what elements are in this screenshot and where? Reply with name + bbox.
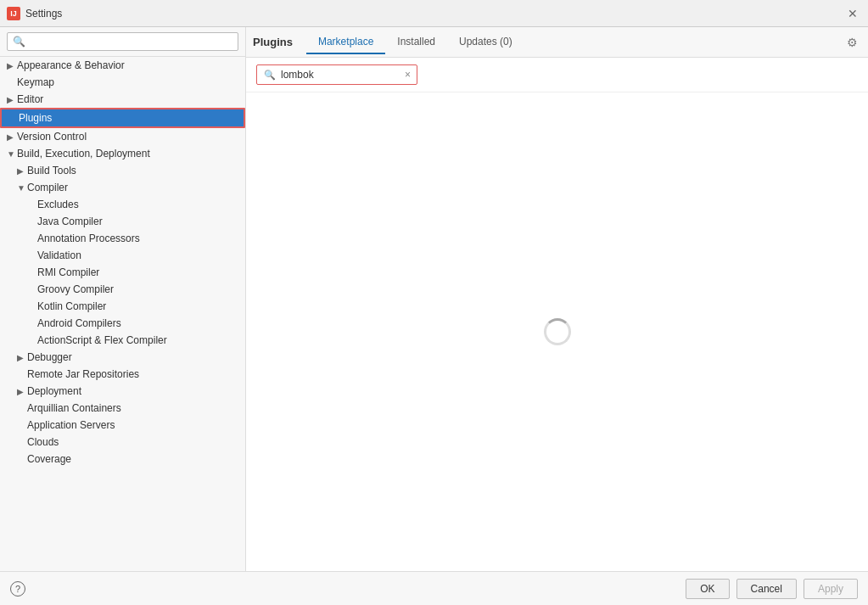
sidebar-item-debugger[interactable]: ▶Debugger⎘: [0, 349, 245, 366]
tree-arrow-build-tools: ▶: [17, 166, 27, 176]
sidebar-item-label-coverage: Coverage: [27, 453, 233, 465]
cancel-button[interactable]: Cancel: [736, 579, 797, 599]
tab-updates[interactable]: Updates (0): [447, 31, 524, 54]
sidebar-item-label-editor: Editor: [17, 93, 233, 105]
ok-button[interactable]: OK: [686, 579, 729, 599]
sidebar-item-label-plugins: Plugins: [19, 112, 232, 124]
sidebar-item-label-build-execution-deployment: Build, Execution, Deployment: [17, 148, 233, 160]
bottom-bar: ? OK Cancel Apply: [0, 571, 868, 605]
sidebar-item-label-annotation-processors: Annotation Processors: [37, 232, 233, 244]
tree-arrow-compiler: ▼: [17, 183, 27, 193]
tree-arrow-build-execution-deployment: ▼: [7, 149, 17, 159]
sidebar-item-appearance-behavior[interactable]: ▶Appearance & Behavior⎘: [0, 57, 245, 74]
sidebar-item-label-compiler: Compiler: [27, 182, 233, 193]
sidebar-item-arquillian-containers[interactable]: Arquillian Containers⎘: [0, 400, 245, 417]
sidebar-item-label-validation: Validation: [37, 249, 233, 261]
sidebar-item-excludes[interactable]: Excludes⎘: [0, 196, 245, 213]
sidebar-item-remote-jar-repositories[interactable]: Remote Jar Repositories⎘: [0, 366, 245, 383]
sidebar-item-label-remote-jar-repositories: Remote Jar Repositories: [27, 368, 233, 380]
title-bar-left: IJ Settings: [7, 7, 62, 20]
sidebar-item-label-android-compilers: Android Compilers: [37, 317, 233, 329]
sidebar-item-label-debugger: Debugger: [27, 351, 233, 363]
sidebar-item-annotation-processors[interactable]: Annotation Processors⎘: [0, 230, 245, 247]
sidebar-item-actionscript-flex-compiler[interactable]: ActionScript & Flex Compiler⎘: [0, 332, 245, 349]
tree-arrow-editor: ▶: [7, 95, 17, 104]
settings-gear-icon[interactable]: ⚙: [843, 32, 861, 53]
sidebar-item-label-java-compiler: Java Compiler: [37, 216, 233, 227]
sidebar: ▶Appearance & Behavior⎘Keymap⎘▶Editor⎘Pl…: [0, 27, 246, 571]
marketplace-search-wrap: 🔍 ×: [256, 64, 417, 85]
sidebar-item-kotlin-compiler[interactable]: Kotlin Compiler⎘: [0, 298, 245, 315]
apply-button[interactable]: Apply: [804, 579, 858, 599]
sidebar-item-validation[interactable]: Validation⎘: [0, 247, 245, 264]
sidebar-item-label-excludes: Excludes: [37, 199, 233, 210]
sidebar-item-version-control[interactable]: ▶Version Control⎘: [0, 128, 245, 145]
main-container: ▶Appearance & Behavior⎘Keymap⎘▶Editor⎘Pl…: [0, 27, 868, 571]
content-area: Plugins MarketplaceInstalledUpdates (0) …: [246, 27, 868, 571]
sidebar-item-android-compilers[interactable]: Android Compilers⎘: [0, 315, 245, 332]
sidebar-item-label-application-servers: Application Servers: [27, 419, 233, 431]
sidebar-item-java-compiler[interactable]: Java Compiler⎘: [0, 213, 245, 230]
tree-arrow-appearance-behavior: ▶: [7, 61, 17, 70]
tabs-bar: Plugins MarketplaceInstalledUpdates (0) …: [246, 27, 868, 58]
tab-installed[interactable]: Installed: [385, 31, 447, 54]
sidebar-item-build-execution-deployment[interactable]: ▼Build, Execution, Deployment⎘: [0, 145, 245, 162]
sidebar-item-build-tools[interactable]: ▶Build Tools⎘: [0, 162, 245, 179]
sidebar-item-label-deployment: Deployment: [27, 385, 233, 397]
window-title: Settings: [25, 8, 62, 20]
plugin-search-bar: 🔍 ×: [246, 58, 868, 92]
sidebar-item-label-rmi-compiler: RMI Compiler: [37, 266, 233, 278]
sidebar-item-label-clouds: Clouds: [27, 436, 233, 448]
sidebar-item-deployment[interactable]: ▶Deployment⎘: [0, 383, 245, 400]
sidebar-item-coverage[interactable]: Coverage⎘: [0, 451, 245, 468]
sidebar-item-compiler[interactable]: ▼Compiler⎘: [0, 179, 245, 196]
sidebar-item-label-build-tools: Build Tools: [27, 165, 233, 176]
loading-spinner: [544, 318, 571, 345]
sidebar-item-label-arquillian-containers: Arquillian Containers: [27, 402, 233, 414]
close-button[interactable]: ✕: [844, 5, 861, 22]
sidebar-item-keymap[interactable]: Keymap⎘: [0, 74, 245, 91]
sidebar-item-application-servers[interactable]: Application Servers⎘: [0, 417, 245, 434]
tree-arrow-version-control: ▶: [7, 132, 17, 142]
title-bar: IJ Settings ✕: [0, 0, 868, 27]
tree-arrow-debugger: ▶: [17, 353, 27, 362]
plugin-content-area: [246, 92, 868, 571]
sidebar-item-editor[interactable]: ▶Editor⎘: [0, 91, 245, 108]
sidebar-item-label-actionscript-flex-compiler: ActionScript & Flex Compiler: [37, 334, 233, 346]
sidebar-item-clouds[interactable]: Clouds⎘: [0, 434, 245, 451]
section-title: Plugins: [253, 36, 306, 48]
marketplace-search-icon: 🔍: [264, 70, 276, 81]
sidebar-search-input[interactable]: [7, 32, 238, 51]
sidebar-item-label-keymap: Keymap: [17, 76, 233, 88]
sidebar-item-plugins[interactable]: Plugins⎘: [0, 108, 245, 128]
tabs-container: MarketplaceInstalledUpdates (0): [306, 31, 843, 53]
tree-arrow-deployment: ▶: [17, 387, 27, 396]
sidebar-item-groovy-compiler[interactable]: Groovy Compiler⎘: [0, 281, 245, 298]
marketplace-search-input[interactable]: [281, 69, 400, 81]
sidebar-item-label-appearance-behavior: Appearance & Behavior: [17, 59, 233, 71]
tab-marketplace[interactable]: Marketplace: [306, 31, 385, 54]
sidebar-tree: ▶Appearance & Behavior⎘Keymap⎘▶Editor⎘Pl…: [0, 57, 245, 571]
sidebar-item-label-groovy-compiler: Groovy Compiler: [37, 283, 233, 295]
sidebar-item-label-kotlin-compiler: Kotlin Compiler: [37, 300, 233, 312]
marketplace-search-clear[interactable]: ×: [405, 69, 411, 81]
sidebar-item-label-version-control: Version Control: [17, 131, 233, 143]
help-icon[interactable]: ?: [10, 581, 25, 597]
app-icon: IJ: [7, 7, 20, 20]
sidebar-item-rmi-compiler[interactable]: RMI Compiler⎘: [0, 264, 245, 281]
sidebar-search-area: [0, 27, 245, 57]
